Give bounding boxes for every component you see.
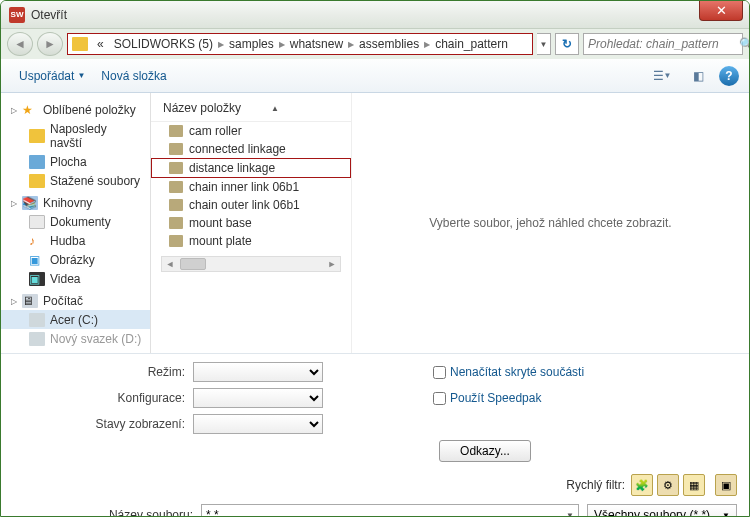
file-item[interactable]: cam roller [151,122,351,140]
preview-empty-text: Vyberte soubor, jehož náhled chcete zobr… [429,216,671,230]
sidebar-item-videos[interactable]: ▣Videa [1,269,150,288]
preview-pane: Vyberte soubor, jehož náhled chcete zobr… [351,93,749,353]
filename-label: Název souboru: [13,508,193,517]
toolbar: Uspořádat ▼ Nová složka ☰ ▼ ◧ ? [1,59,749,93]
options-form: Režim: Nenačítat skryté součásti Konfigu… [1,354,749,468]
sidebar-libraries[interactable]: ▷📚Knihovny [1,193,150,212]
breadcrumb-item[interactable]: whatsnew [285,37,348,51]
sidebar-item-downloads[interactable]: Stažené soubory [1,171,150,190]
mode-label: Režim: [13,365,193,379]
references-button[interactable]: Odkazy... [439,440,531,462]
config-select[interactable] [193,388,323,408]
file-item[interactable]: chain outer link 06b1 [151,196,351,214]
sidebar-item-drive-d[interactable]: Nový svazek (D:) [1,329,150,348]
search-icon[interactable]: 🔍 [739,37,750,51]
file-item[interactable]: connected linkage [151,140,351,158]
speedpak-checkbox[interactable] [433,392,446,405]
no-hidden-checkbox[interactable] [433,366,446,379]
sidebar-item-recent[interactable]: Naposledy navští [1,119,150,152]
sidebar-item-desktop[interactable]: Plocha [1,152,150,171]
body-area: ▷★Oblíbené položky Naposledy navští Ploc… [1,93,749,353]
column-header-name[interactable]: Název položky▲ [151,97,351,122]
view-options-button[interactable]: ☰ ▼ [647,65,677,87]
nav-forward-button[interactable]: ► [37,32,63,56]
preview-pane-button[interactable]: ◧ [683,65,713,87]
filename-row: Název souboru: *.*▼ Všechny soubory (*.*… [1,500,749,517]
folder-icon [72,37,88,51]
breadcrumb-dropdown[interactable]: ▼ [537,33,551,55]
nav-back-button[interactable]: ◄ [7,32,33,56]
breadcrumb-prefix: « [92,37,109,51]
breadcrumb-item[interactable]: chain_pattern [430,37,513,51]
file-item[interactable]: chain inner link 06b1 [151,178,351,196]
sidebar: ▷★Oblíbené položky Naposledy navští Ploc… [1,93,151,353]
horizontal-scrollbar[interactable]: ◄► [161,256,341,272]
sidebar-item-music[interactable]: ♪Hudba [1,231,150,250]
quick-filter-label: Rychlý filtr: [566,478,625,492]
mode-select[interactable] [193,362,323,382]
sidebar-item-pictures[interactable]: ▣Obrázky [1,250,150,269]
app-icon: SW [9,7,25,23]
display-states-select[interactable] [193,414,323,434]
filetype-select[interactable]: Všechny soubory (*.*)▼ [587,504,737,517]
search-input[interactable] [588,37,739,51]
speedpak-label[interactable]: Použít Speedpak [450,391,541,405]
quick-filter-row: Rychlý filtr: 🧩 ⚙ ▦ ▣ [1,468,749,500]
breadcrumb-item[interactable]: samples [224,37,279,51]
chevron-down-icon[interactable]: ▼ [722,511,730,518]
display-states-label: Stavy zobrazení: [13,417,193,431]
filter-part-button[interactable]: 🧩 [631,474,653,496]
refresh-button[interactable]: ↻ [555,33,579,55]
new-folder-button[interactable]: Nová složka [93,65,174,87]
file-area: Název položky▲ cam roller connected link… [151,93,749,353]
file-item[interactable]: mount plate [151,232,351,250]
sidebar-item-drive-c[interactable]: Acer (C:) [1,310,150,329]
breadcrumb[interactable]: « SOLIDWORKS (5)▶ samples▶ whatsnew▶ ass… [67,33,533,55]
file-list: Název položky▲ cam roller connected link… [151,93,351,353]
search-box[interactable]: 🔍 [583,33,743,55]
sidebar-favorites[interactable]: ▷★Oblíbené položky [1,100,150,119]
organize-button[interactable]: Uspořádat ▼ [11,65,93,87]
filter-all-button[interactable]: ▣ [715,474,737,496]
filter-assembly-button[interactable]: ⚙ [657,474,679,496]
help-button[interactable]: ? [719,66,739,86]
config-label: Konfigurace: [13,391,193,405]
open-dialog: SW Otevřít ✕ ◄ ► « SOLIDWORKS (5)▶ sampl… [0,0,750,517]
navigation-bar: ◄ ► « SOLIDWORKS (5)▶ samples▶ whatsnew▶… [1,29,749,59]
sidebar-item-documents[interactable]: Dokumenty [1,212,150,231]
titlebar: SW Otevřít ✕ [1,1,749,29]
filename-input[interactable]: *.*▼ [201,504,579,517]
chevron-down-icon[interactable]: ▼ [566,511,574,518]
breadcrumb-item[interactable]: SOLIDWORKS (5) [109,37,218,51]
file-item-highlighted[interactable]: distance linkage [151,158,351,178]
close-button[interactable]: ✕ [699,1,743,21]
window-title: Otevřít [31,8,749,22]
no-hidden-label[interactable]: Nenačítat skryté součásti [450,365,584,379]
file-item[interactable]: mount base [151,214,351,232]
sidebar-computer[interactable]: ▷🖥Počítač [1,291,150,310]
filter-drawing-button[interactable]: ▦ [683,474,705,496]
breadcrumb-item[interactable]: assemblies [354,37,424,51]
